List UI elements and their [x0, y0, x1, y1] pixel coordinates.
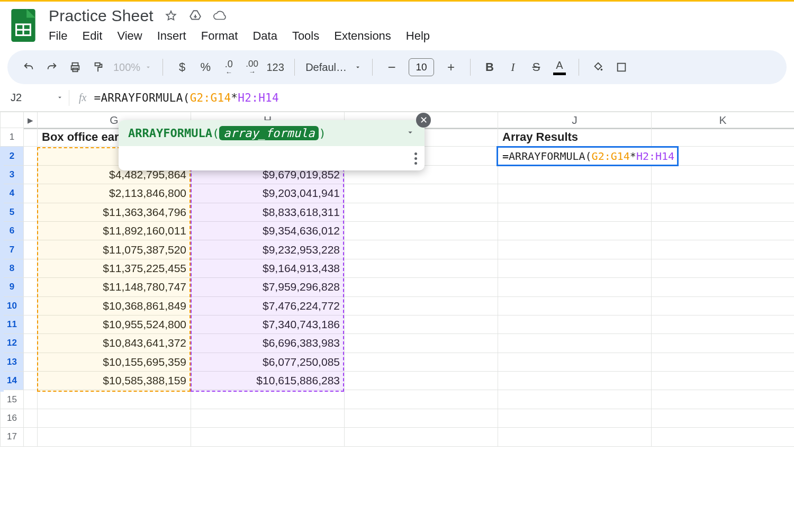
- close-icon[interactable]: ✕: [416, 113, 431, 128]
- menu-help[interactable]: Help: [406, 29, 430, 43]
- font-size-increase-button[interactable]: +: [439, 56, 463, 79]
- cell[interactable]: $6,696,383,983: [191, 334, 345, 353]
- menu-tools[interactable]: Tools: [292, 29, 319, 43]
- format-percent-button[interactable]: %: [194, 56, 217, 79]
- row-header[interactable]: 7: [1, 240, 24, 259]
- print-button[interactable]: [64, 56, 87, 79]
- title-bar: Practice Sheet File Edit View Insert For…: [0, 2, 794, 50]
- fill-color-button[interactable]: [587, 56, 610, 79]
- cell[interactable]: $2,113,846,800: [38, 184, 191, 203]
- cell[interactable]: $7,959,296,828: [191, 278, 345, 296]
- cell[interactable]: $11,075,387,520: [38, 240, 191, 259]
- row-header[interactable]: 5: [1, 203, 24, 221]
- svg-point-10: [601, 69, 603, 71]
- redo-button[interactable]: [40, 56, 64, 79]
- move-to-drive-icon[interactable]: [188, 9, 202, 23]
- font-size-decrease-button[interactable]: −: [380, 56, 403, 79]
- cell[interactable]: $10,843,641,372: [38, 334, 191, 353]
- borders-button[interactable]: [610, 56, 633, 79]
- cell[interactable]: $10,615,886,283: [191, 372, 345, 390]
- row-header[interactable]: 14: [1, 372, 24, 390]
- cell[interactable]: $11,148,780,747: [38, 278, 191, 296]
- font-size-control: − 10 +: [380, 56, 463, 79]
- document-title[interactable]: Practice Sheet: [49, 7, 154, 25]
- formula-help-popup: ✕ ARRAYFORMULA(array_formula): [119, 120, 425, 170]
- cell[interactable]: $7,340,743,186: [191, 315, 345, 333]
- format-currency-button[interactable]: $: [170, 56, 194, 79]
- menu-insert[interactable]: Insert: [157, 29, 186, 43]
- row-header[interactable]: 13: [1, 353, 24, 371]
- menu-view[interactable]: View: [117, 29, 142, 43]
- cell[interactable]: Array Results: [498, 128, 652, 147]
- chevron-down-icon[interactable]: [405, 127, 415, 140]
- column-group-expand[interactable]: ▸: [24, 112, 38, 128]
- cloud-saved-icon[interactable]: [213, 9, 227, 23]
- menu-data[interactable]: Data: [252, 29, 277, 43]
- sheets-app-icon[interactable]: [10, 7, 37, 44]
- cell[interactable]: $11,375,225,455: [38, 259, 191, 277]
- select-all-corner[interactable]: [1, 112, 24, 128]
- formula-signature: ARRAYFORMULA(array_formula): [128, 127, 326, 140]
- star-icon[interactable]: [164, 9, 178, 23]
- decrease-decimal-button[interactable]: .0←: [217, 56, 240, 79]
- font-family-dropdown[interactable]: Defaul…: [302, 61, 365, 74]
- cell[interactable]: $10,955,524,800: [38, 315, 191, 333]
- row-header[interactable]: 15: [1, 390, 24, 409]
- row-header[interactable]: 1: [1, 128, 24, 147]
- zoom-dropdown[interactable]: 100%: [110, 61, 155, 74]
- svg-rect-11: [618, 64, 626, 71]
- cell[interactable]: $11,363,364,796: [38, 203, 191, 221]
- strikethrough-button[interactable]: S: [525, 56, 548, 79]
- row-header[interactable]: 4: [1, 184, 24, 203]
- toolbar: 100% $ % .0← .00→ 123 Defaul… − 10 + B I…: [7, 50, 787, 84]
- formula-input[interactable]: =ARRAYFORMULA(G2:G14*H2:H14: [94, 92, 279, 104]
- row-header[interactable]: 16: [1, 409, 24, 427]
- menu-bar: File Edit View Insert Format Data Tools …: [49, 25, 784, 50]
- cell[interactable]: $9,164,913,438: [191, 259, 345, 277]
- increase-decimal-button[interactable]: .00→: [240, 56, 264, 79]
- bold-button[interactable]: B: [478, 56, 501, 79]
- cell[interactable]: $9,203,041,941: [191, 184, 345, 203]
- cell[interactable]: $10,585,388,159: [38, 372, 191, 390]
- cell[interactable]: $10,368,861,849: [38, 296, 191, 315]
- menu-extensions[interactable]: Extensions: [334, 29, 391, 43]
- row-header[interactable]: 17: [1, 428, 24, 446]
- fx-icon: fx: [69, 92, 94, 104]
- text-color-button[interactable]: A: [548, 56, 571, 79]
- row-header[interactable]: 6: [1, 221, 24, 240]
- undo-button[interactable]: [17, 56, 40, 79]
- formula-bar: J2 fx =ARRAYFORMULA(G2:G14*H2:H14: [0, 84, 794, 112]
- paint-format-button[interactable]: [87, 56, 110, 79]
- col-header-k[interactable]: K: [652, 112, 795, 128]
- active-cell-j2[interactable]: =ARRAYFORMULA(G2:G14*H2:H14: [497, 146, 679, 166]
- row-header[interactable]: 2: [1, 147, 24, 165]
- menu-format[interactable]: Format: [201, 29, 238, 43]
- font-size-input[interactable]: 10: [409, 58, 434, 76]
- cell[interactable]: $8,833,618,311: [191, 203, 345, 221]
- more-options-icon[interactable]: [414, 152, 417, 165]
- italic-button[interactable]: I: [501, 56, 525, 79]
- menu-file[interactable]: File: [49, 29, 67, 43]
- row-header[interactable]: 11: [1, 315, 24, 333]
- row-selection-highlight: [0, 147, 4, 392]
- row-header[interactable]: 8: [1, 259, 24, 277]
- row-header[interactable]: 3: [1, 165, 24, 184]
- cell[interactable]: $10,155,695,359: [38, 353, 191, 371]
- cell[interactable]: [652, 128, 795, 147]
- svg-rect-9: [95, 63, 100, 66]
- cell[interactable]: $6,077,250,085: [191, 353, 345, 371]
- row-header[interactable]: 10: [1, 296, 24, 315]
- cell[interactable]: $9,232,953,228: [191, 240, 345, 259]
- col-header-j[interactable]: J: [498, 112, 652, 128]
- name-box[interactable]: J2: [5, 92, 69, 104]
- row-header[interactable]: 9: [1, 278, 24, 296]
- row-header[interactable]: 12: [1, 334, 24, 353]
- cell[interactable]: $7,476,224,772: [191, 296, 345, 315]
- spreadsheet-grid[interactable]: ▸ G H I J K 1 Box office ear Array Resul…: [0, 112, 794, 447]
- menu-edit[interactable]: Edit: [82, 29, 102, 43]
- more-formats-button[interactable]: 123: [264, 56, 287, 79]
- cell[interactable]: $11,892,160,011: [38, 221, 191, 240]
- cell[interactable]: $9,354,636,012: [191, 221, 345, 240]
